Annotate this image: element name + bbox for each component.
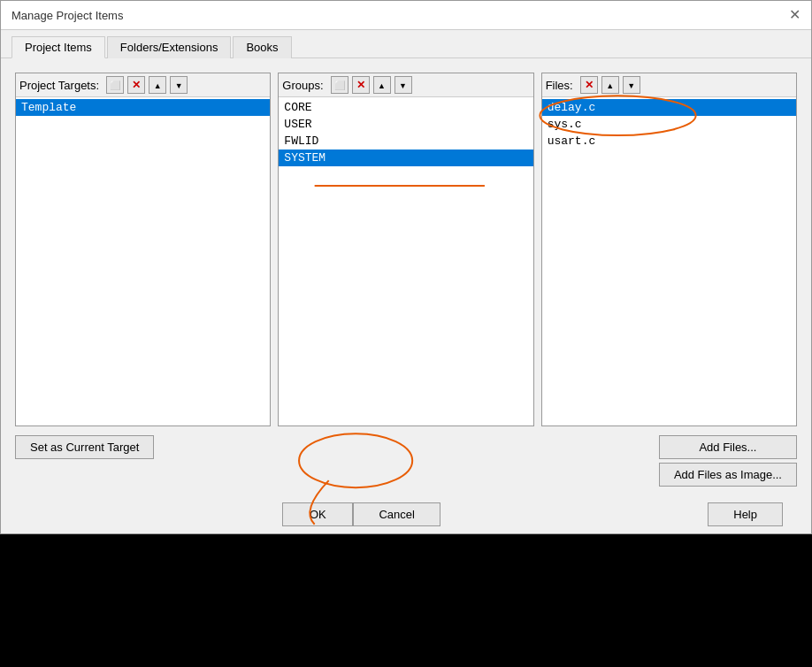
down-icon xyxy=(175,80,183,90)
list-item[interactable]: SYSTEM xyxy=(279,150,532,166)
add-files-as-image-button[interactable]: Add Files as Image... xyxy=(659,463,797,487)
close-button[interactable]: ✕ xyxy=(789,8,801,22)
main-content: Project Targets: ⬜ ✕ xyxy=(1,58,811,497)
new-target-button[interactable]: ⬜ xyxy=(106,76,124,94)
down-icon xyxy=(627,80,635,90)
new-group-button[interactable]: ⬜ xyxy=(331,76,349,94)
project-targets-header: Project Targets: ⬜ ✕ xyxy=(16,73,270,97)
list-item[interactable]: FWLID xyxy=(279,133,532,150)
groups-label: Groups: xyxy=(282,79,323,92)
bottom-action-row: Set as Current Target Add Files... Add F… xyxy=(15,435,797,487)
move-target-up-button[interactable] xyxy=(149,76,166,94)
set-as-current-target-button[interactable]: Set as Current Target xyxy=(15,435,154,459)
bottom-right-actions: Add Files... Add Files as Image... xyxy=(659,435,797,487)
delete-icon: ✕ xyxy=(585,79,594,91)
files-list: delay.c sys.c usart.c xyxy=(542,97,796,426)
new-icon: ⬜ xyxy=(110,80,120,90)
delete-icon: ✕ xyxy=(132,79,141,91)
move-target-down-button[interactable] xyxy=(170,76,188,94)
list-item[interactable]: delay.c xyxy=(542,99,796,116)
help-button[interactable]: Help xyxy=(708,502,783,526)
groups-list: CORE USER FWLID SYSTEM xyxy=(279,97,532,426)
list-item[interactable]: sys.c xyxy=(542,116,796,133)
new-icon: ⬜ xyxy=(334,80,345,90)
tab-books[interactable]: Books xyxy=(233,36,291,58)
add-files-button[interactable]: Add Files... xyxy=(659,435,797,459)
tab-project-items[interactable]: Project Items xyxy=(11,36,105,58)
dialog-title: Manage Project Items xyxy=(11,9,123,22)
tab-folders-extensions[interactable]: Folders/Extensions xyxy=(107,36,232,58)
bottom-left-actions: Set as Current Target xyxy=(15,435,154,459)
files-label: Files: xyxy=(546,79,573,92)
title-bar: Manage Project Items ✕ xyxy=(1,1,811,30)
list-item[interactable]: USER xyxy=(279,116,532,133)
ok-button[interactable]: OK xyxy=(282,502,353,526)
groups-panel: Groups: ⬜ ✕ xyxy=(278,73,533,426)
move-file-down-button[interactable] xyxy=(623,76,640,94)
panels-row: Project Targets: ⬜ ✕ xyxy=(15,73,797,426)
manage-project-items-dialog: Manage Project Items ✕ Project Items Fol… xyxy=(0,0,812,534)
move-group-up-button[interactable] xyxy=(373,76,391,94)
up-icon xyxy=(606,80,614,90)
dialog-footer: OK Cancel Help xyxy=(1,497,811,533)
delete-group-button[interactable]: ✕ xyxy=(352,76,370,94)
files-panel: Files: ✕ delay.c sys.c xyxy=(541,73,797,426)
down-icon xyxy=(399,80,407,90)
tab-bar: Project Items Folders/Extensions Books xyxy=(1,30,811,58)
cancel-button[interactable]: Cancel xyxy=(353,502,440,526)
project-targets-panel: Project Targets: ⬜ ✕ xyxy=(15,73,271,426)
list-item[interactable]: Template xyxy=(16,99,270,116)
files-header: Files: ✕ xyxy=(542,73,796,97)
delete-target-button[interactable]: ✕ xyxy=(127,76,145,94)
list-item[interactable]: CORE xyxy=(279,99,532,116)
project-targets-label: Project Targets: xyxy=(19,79,99,92)
up-icon xyxy=(378,80,386,90)
move-file-up-button[interactable] xyxy=(601,76,619,94)
project-targets-list: Template xyxy=(16,97,270,426)
delete-file-button[interactable]: ✕ xyxy=(580,76,598,94)
move-group-down-button[interactable] xyxy=(395,76,412,94)
up-icon xyxy=(154,80,162,90)
groups-header: Groups: ⬜ ✕ xyxy=(279,73,532,97)
list-item[interactable]: usart.c xyxy=(542,133,796,150)
delete-icon: ✕ xyxy=(356,79,365,91)
